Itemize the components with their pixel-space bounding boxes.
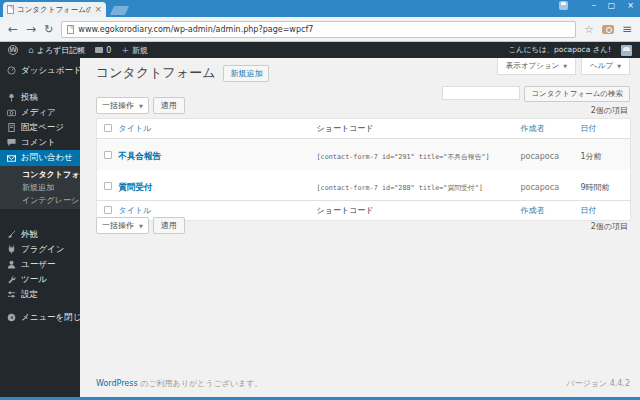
window-minimize-button[interactable]: – [592,1,596,10]
sidebar-item-comments[interactable]: コメント [0,135,80,150]
shortcode-text: [contact-form-7 id="291" title="不具合報告"] [317,153,490,161]
form-title-link[interactable]: 不具合報告 [119,151,162,161]
site-name: よろず日記帳 [37,45,86,56]
posts-icon [7,93,16,102]
tab-close-icon[interactable]: × [94,5,102,14]
row-checkbox[interactable] [104,151,112,159]
bulk-actions-select[interactable]: 一括操作 ▼ [96,97,149,114]
bookmark-star-icon[interactable]: ☆ [584,23,594,36]
camera-extension-icon[interactable] [602,25,614,34]
column-header-date[interactable]: 日付 [579,201,631,221]
tools-wrench-icon [7,275,16,284]
sidebar-item-posts[interactable]: 投稿 [0,90,80,105]
sidebar-label: お問い合わせ [21,152,73,164]
window-maximize-button[interactable]: ▢ [608,1,616,10]
column-header-shortcode: ショートコード [315,201,519,221]
search-input[interactable] [442,86,520,100]
forward-icon[interactable]: → [26,23,36,35]
sidebar-item-appearance[interactable]: 外観 [0,227,80,242]
table-row: 質問受付 [contact-form-7 id="288" title="質問受… [97,170,631,201]
url-text: www.egokorodiary.com/wp-admin/admin.php?… [78,25,313,34]
select-all-checkbox[interactable] [104,206,112,214]
reload-icon[interactable]: ↻ [44,24,53,35]
sidebar-item-contact[interactable]: お問い合わせ [0,150,80,166]
contact-submenu: コンタクトフォーム 新規追加 インテグレーション [0,166,80,209]
bulk-actions-select[interactable]: 一括操作 ▼ [96,217,149,234]
bulk-actions-label: 一括操作 [102,100,134,111]
sidebar-label: プラグイン [21,244,65,256]
date-cell: 9時間前 [581,183,610,192]
apply-button[interactable]: 適用 [153,217,185,234]
comments-bubble-icon [95,47,103,53]
user-avatar[interactable] [621,45,632,56]
admin-bar-comments[interactable]: 0 [95,46,111,55]
users-icon [7,260,16,269]
search-button[interactable]: コンタクトフォームの検索 [524,86,630,102]
column-header-author[interactable]: 作成者 [519,201,579,221]
sidebar-item-tools[interactable]: ツール [0,272,80,287]
screen-options-button[interactable]: 表示オプション ▼ [497,58,576,75]
sidebar-item-settings[interactable]: 設定 [0,287,80,302]
form-title-link[interactable]: 質問受付 [119,182,153,192]
contact-envelope-icon [7,154,16,163]
address-bar[interactable]: www.egokorodiary.com/wp-admin/admin.php?… [61,21,576,38]
sidebar-label: ユーザー [21,259,55,271]
row-checkbox[interactable] [104,182,112,190]
help-button[interactable]: ヘルプ ▼ [581,58,630,75]
browser-profile-icon[interactable] [559,1,568,10]
sidebar-label: 固定ページ [21,122,64,134]
select-all-checkbox[interactable] [104,124,112,132]
column-header-title[interactable]: タイトル [117,119,315,139]
help-label: ヘルプ [590,61,613,71]
submenu-add-new[interactable]: 新規追加 [0,181,80,194]
sidebar-label: メディア [21,107,56,119]
wordpress-logo-icon[interactable]: W [8,45,18,55]
sidebar-item-users[interactable]: ユーザー [0,257,80,272]
footer-thanks: WordPress のご利用ありがとうございます。 [96,378,262,389]
submenu-integration[interactable]: インテグレーション [0,194,80,207]
screen-options-label: 表示オプション [506,61,559,71]
items-count-bottom: 2個の項目 [591,221,628,232]
sidebar-label: 外観 [21,229,38,241]
sidebar-label: 投稿 [21,92,38,104]
new-tab-button[interactable] [110,6,129,15]
admin-bar-greeting[interactable]: こんにちは、pocapoca さん! [508,45,611,55]
browser-tab[interactable]: コンタクトフォームの編集 - よろ × [3,2,106,17]
admin-bar-new[interactable]: + 新規 [121,45,148,56]
admin-bar-site-link[interactable]: ⌂ よろず日記帳 [28,45,85,56]
tab-title: コンタクトフォームの編集 - よろ [17,5,91,15]
sidebar-item-dashboard[interactable]: ダッシュボード [0,63,80,78]
sidebar-label: ツール [21,274,47,286]
wp-admin-sidebar: ダッシュボード 投稿 メディア 固定ページ コメント お問い合わせ コンタクトフ… [0,58,80,397]
tab-favicon-page-icon [7,5,14,14]
wp-admin-bar: W ⌂ よろず日記帳 0 + 新規 こんにちは、pocapoca さん! [0,42,640,58]
sidebar-collapse-menu[interactable]: メニューを閉じる [0,310,80,325]
comments-icon [7,138,16,147]
sidebar-label: ダッシュボード [21,65,82,77]
column-header-author[interactable]: 作成者 [519,119,579,139]
sidebar-item-pages[interactable]: 固定ページ [0,120,80,135]
browser-toolbar: ← → ↻ www.egokorodiary.com/wp-admin/admi… [0,17,640,42]
sidebar-label: 設定 [21,289,38,301]
sidebar-label: コメント [21,137,56,149]
back-icon[interactable]: ← [8,23,18,35]
page-title: コンタクトフォーム [96,64,215,82]
sidebar-item-plugins[interactable]: プラグイン [0,242,80,257]
wordpress-footer-link[interactable]: WordPress [96,379,138,388]
media-icon [7,108,16,117]
window-close-button[interactable]: × [627,1,634,10]
submenu-contact-forms[interactable]: コンタクトフォーム [0,168,80,181]
column-header-date[interactable]: 日付 [579,119,631,139]
add-new-button[interactable]: 新規追加 [223,65,269,82]
bulk-actions-label: 一括操作 [102,220,134,231]
settings-icon [7,290,16,299]
browser-menu-icon[interactable]: ≡ [622,22,632,36]
appearance-icon [7,230,16,239]
chevron-down-icon: ▼ [563,63,567,69]
apply-button[interactable]: 適用 [153,97,185,114]
chevron-down-icon: ▼ [139,223,143,229]
plus-icon: + [121,45,129,55]
sidebar-item-media[interactable]: メディア [0,105,80,120]
shortcode-text: [contact-form-7 id="288" title="質問受付"] [317,184,483,192]
page-security-icon [67,25,74,34]
